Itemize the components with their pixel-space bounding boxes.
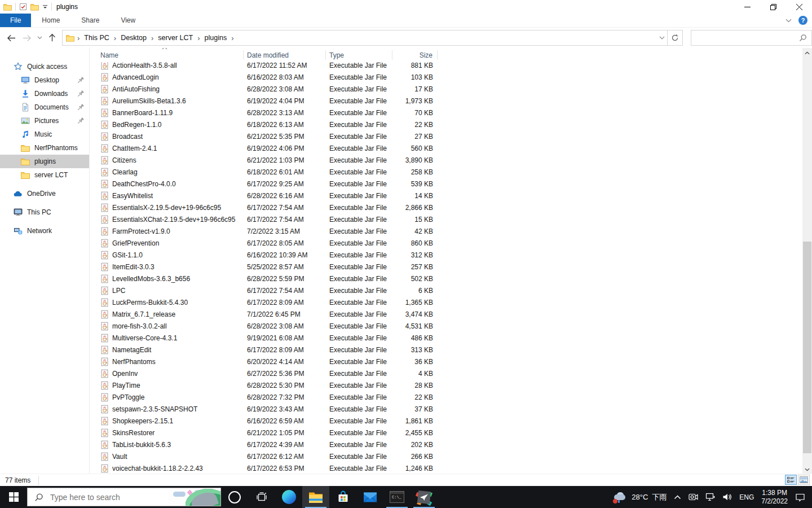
scrollbar-thumb[interactable] (803, 242, 811, 453)
sidebar-item-onedrive[interactable]: OneDrive (0, 187, 89, 200)
file-row[interactable]: ItemEdit-3.0.3 5/25/2022 8:57 AM Executa… (90, 261, 802, 273)
volume-icon[interactable] (722, 493, 732, 501)
address-dropdown-chevron-icon[interactable] (659, 36, 665, 40)
sidebar-item-documents[interactable]: Documents (0, 100, 89, 114)
file-row[interactable]: Matrix_6.7.1_release 7/1/2022 6:45 PM Ex… (90, 308, 802, 320)
file-row[interactable]: DeathChestPro-4.0.0 6/17/2022 9:25 AM Ex… (90, 178, 802, 190)
sidebar-item-desktop[interactable]: Desktop (0, 73, 89, 87)
file-row[interactable]: AntiAutoFishing 6/28/2022 3:08 AM Execut… (90, 83, 802, 95)
terminal-button[interactable]: C:\_ (383, 486, 411, 508)
file-row[interactable]: Clearlag 6/18/2022 6:01 AM Executable Ja… (90, 166, 802, 178)
taskbar-search-box[interactable] (27, 488, 221, 506)
file-row[interactable]: EssentialsX-2.19.5-dev+19-96c6c95 6/17/2… (90, 202, 802, 213)
file-row[interactable]: ChatItem-2.4.1 6/19/2022 4:06 PM Executa… (90, 142, 802, 154)
column-header-size[interactable]: Size (392, 50, 438, 60)
file-row[interactable]: AdvancedLogin 6/16/2022 8:03 AM Executab… (90, 71, 802, 83)
restore-button[interactable] (760, 0, 786, 14)
file-row[interactable]: OpenInv 6/27/2022 5:36 PM Executable Jar… (90, 367, 802, 379)
file-row[interactable]: EssentialsXChat-2.19.5-dev+19-96c6c95 6/… (90, 213, 802, 225)
task-view-button[interactable] (248, 486, 275, 508)
scroll-down-arrow-icon[interactable] (802, 465, 812, 474)
store-button[interactable] (329, 486, 356, 508)
file-row[interactable]: NametagEdit 6/17/2022 8:09 AM Executable… (90, 344, 802, 356)
file-row[interactable]: FarmProtect-v1.9.0 7/2/2022 3:15 AM Exec… (90, 225, 802, 237)
breadcrumb-chevron-icon[interactable]: › (113, 34, 117, 42)
file-row[interactable]: SkinsRestorer 6/21/2022 1:05 PM Executab… (90, 427, 802, 439)
breadcrumb-chevron-icon[interactable]: › (151, 34, 154, 42)
breadcrumb-desktop[interactable]: Desktop (118, 33, 149, 43)
vertical-scrollbar[interactable] (802, 48, 812, 474)
file-row[interactable]: EasyWhitelist 6/28/2022 6:16 AM Executab… (90, 190, 802, 202)
thumbnails-view-button[interactable] (798, 475, 810, 485)
file-row[interactable]: LevelledMobs-3.6.3_b656 6/28/2022 5:59 P… (90, 273, 802, 284)
file-row[interactable]: Broadcast 6/21/2022 5:35 PM Executable J… (90, 130, 802, 142)
cortana-button[interactable] (221, 486, 248, 508)
action-center-icon[interactable] (795, 493, 805, 502)
language-indicator[interactable]: ENG (739, 493, 754, 501)
file-row[interactable]: more-fish-3.0.2-all 6/28/2022 3:08 AM Ex… (90, 320, 802, 332)
file-row[interactable]: voicechat-bukkit-1.18.2-2.2.43 6/17/2022… (90, 462, 802, 474)
minimize-button[interactable] (734, 0, 760, 14)
file-row[interactable]: ActionHealth-3.5.8-all 6/17/2022 11:52 A… (90, 62, 802, 71)
file-row[interactable]: Vault 6/17/2022 6:12 AM Executable Jar F… (90, 450, 802, 462)
close-button[interactable] (786, 0, 812, 14)
details-view-button[interactable] (785, 475, 797, 485)
breadcrumb-this-pc[interactable]: This PC (81, 33, 112, 43)
file-row[interactable]: Citizens 6/21/2022 1:03 PM Executable Ja… (90, 154, 802, 166)
file-row[interactable]: Shopkeepers-2.15.1 6/16/2022 6:59 AM Exe… (90, 415, 802, 427)
sidebar-item-server-lct[interactable]: server LCT (0, 168, 89, 182)
address-bar[interactable]: › This PC › Desktop › server LCT › plugi… (62, 30, 668, 46)
file-row[interactable]: AureliumSkills-Beta1.3.6 6/19/2022 4:04 … (90, 95, 802, 107)
sidebar-item-pictures[interactable]: Pictures (0, 114, 89, 128)
breadcrumb-plugins[interactable]: plugins (202, 33, 230, 43)
tray-chevron-up-icon[interactable] (674, 495, 681, 500)
meet-now-icon[interactable] (689, 493, 698, 501)
ribbon-expand-chevron-icon[interactable] (785, 19, 792, 23)
file-row[interactable]: Multiverse-Core-4.3.1 9/19/2021 6:08 AM … (90, 332, 802, 344)
sidebar-item-network[interactable]: Network (0, 224, 89, 238)
network-icon[interactable] (705, 493, 715, 501)
file-row[interactable]: setspawn-2.3.5-SNAPSHOT 6/19/2022 3:43 A… (90, 403, 802, 415)
new-folder-qat-icon[interactable] (30, 3, 39, 11)
tab-share[interactable]: Share (70, 14, 110, 27)
help-button[interactable]: ? (798, 16, 807, 25)
file-row[interactable]: NerfPhantoms 6/20/2022 4:14 AM Executabl… (90, 356, 802, 367)
file-row[interactable]: LuckPerms-Bukkit-5.4.30 6/17/2022 8:09 A… (90, 296, 802, 308)
file-row[interactable]: LPC 6/17/2022 7:54 AM Executable Jar Fil… (90, 284, 802, 296)
mail-button[interactable] (356, 486, 383, 508)
sidebar-item-quick-access[interactable]: Quick access (0, 60, 89, 73)
tab-file[interactable]: File (0, 14, 31, 27)
explorer-search-input[interactable] (696, 33, 799, 42)
forward-button[interactable] (22, 34, 32, 42)
scroll-up-arrow-icon[interactable] (802, 48, 812, 58)
breadcrumb-server-lct[interactable]: server LCT (155, 33, 196, 43)
qat-customize-chevron-icon[interactable] (42, 5, 48, 10)
refresh-button[interactable] (668, 30, 683, 46)
sidebar-item-music[interactable]: Music (0, 128, 89, 141)
column-header-type[interactable]: Type (326, 50, 392, 60)
search-highlight-image[interactable] (169, 488, 220, 506)
explorer-search-box[interactable] (691, 30, 812, 46)
recent-locations-chevron-icon[interactable] (37, 36, 42, 40)
edge-button[interactable] (275, 486, 302, 508)
column-header-date-modified[interactable]: Date modified (244, 50, 326, 60)
tab-home[interactable]: Home (31, 14, 70, 27)
file-row[interactable]: GriefPrevention 6/17/2022 8:05 AM Execut… (90, 237, 802, 249)
file-row[interactable]: PlayTime 6/28/2022 5:30 PM Executable Ja… (90, 379, 802, 391)
back-button[interactable] (7, 34, 16, 42)
file-row[interactable]: GSit-1.1.0 6/16/2022 10:39 AM Executable… (90, 249, 802, 261)
paper-plane-app-button[interactable] (411, 486, 438, 508)
file-explorer-button[interactable] (302, 486, 329, 508)
file-row[interactable]: PvPToggle 6/28/2022 7:32 PM Executable J… (90, 391, 802, 403)
up-button[interactable] (48, 33, 56, 42)
weather-widget[interactable]: 28°C 下雨 (613, 492, 667, 502)
properties-qat-icon[interactable] (19, 3, 27, 11)
clock[interactable]: 1:38 PM 7/2/2022 (761, 489, 788, 506)
sidebar-item-downloads[interactable]: Downloads (0, 87, 89, 100)
sidebar-item-this-pc[interactable]: This PC (0, 205, 89, 219)
breadcrumb-chevron-icon[interactable]: › (197, 34, 200, 42)
breadcrumb-chevron-icon[interactable]: › (231, 34, 234, 42)
file-row[interactable]: BannerBoard-1.11.9 6/28/2022 3:13 AM Exe… (90, 107, 802, 119)
sidebar-item-plugins[interactable]: plugins (0, 155, 89, 168)
tab-view[interactable]: View (110, 14, 146, 27)
